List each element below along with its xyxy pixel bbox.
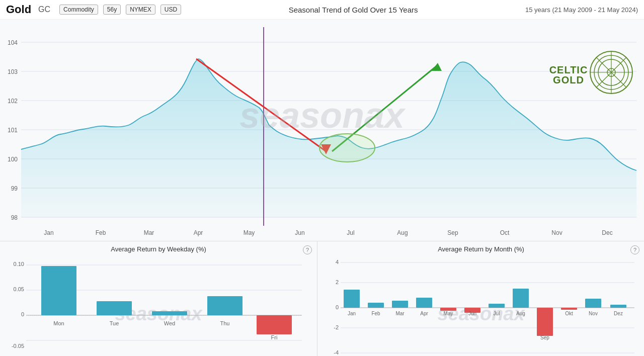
svg-text:Oct: Oct xyxy=(500,229,510,236)
svg-rect-77 xyxy=(368,303,384,308)
svg-text:-4: -4 xyxy=(334,349,339,355)
svg-text:Dec: Dec xyxy=(602,229,612,236)
svg-text:0.05: 0.05 xyxy=(14,286,24,292)
svg-text:Sep: Sep xyxy=(447,229,458,236)
svg-text:Jul: Jul xyxy=(347,229,354,236)
svg-text:4: 4 xyxy=(336,259,339,265)
month-help-icon[interactable]: ? xyxy=(630,245,639,254)
tag-nymex[interactable]: NYMEX xyxy=(126,5,155,15)
weekday-panel: Average Return by Weekday (%) ? seasonax… xyxy=(0,241,317,356)
svg-text:Feb: Feb xyxy=(371,311,380,316)
svg-text:0: 0 xyxy=(336,304,339,310)
svg-rect-54 xyxy=(41,266,76,315)
svg-rect-89 xyxy=(513,289,529,308)
svg-rect-60 xyxy=(207,296,243,315)
weekday-chart-svg: seasonax 0.10 0.05 0 -0.05 Mon Tue Wed xyxy=(5,255,312,356)
svg-rect-62 xyxy=(257,315,292,334)
svg-point-32 xyxy=(319,134,375,162)
svg-text:103: 103 xyxy=(8,68,18,75)
svg-text:104: 104 xyxy=(8,39,18,46)
tag-56y[interactable]: 56y xyxy=(103,5,121,15)
month-panel: Average Return by Month (%) ? seasonax 4… xyxy=(317,241,644,356)
svg-rect-97 xyxy=(610,305,626,308)
chart-main-title: Seasonal Trend of Gold Over 15 Years xyxy=(186,6,520,14)
svg-text:Apr: Apr xyxy=(420,311,428,316)
svg-text:Tue: Tue xyxy=(110,320,119,326)
svg-rect-79 xyxy=(392,301,408,308)
svg-text:Jan: Jan xyxy=(348,311,356,316)
svg-rect-75 xyxy=(344,290,360,308)
svg-text:Aug: Aug xyxy=(397,229,408,236)
svg-text:Jan: Jan xyxy=(44,229,53,236)
svg-text:Feb: Feb xyxy=(96,229,106,236)
svg-text:-2: -2 xyxy=(334,324,339,330)
tag-commodity[interactable]: Commodity xyxy=(59,5,98,15)
svg-text:seasonax: seasonax xyxy=(239,95,406,135)
tag-usd[interactable]: USD xyxy=(160,5,181,15)
asset-ticker: GC xyxy=(38,5,50,14)
svg-text:102: 102 xyxy=(8,98,18,105)
date-range: 15 years (21 May 2009 - 21 May 2024) xyxy=(525,6,638,14)
svg-text:2: 2 xyxy=(336,279,339,285)
svg-text:Wed: Wed xyxy=(164,320,175,326)
svg-rect-81 xyxy=(416,298,432,308)
svg-text:Mar: Mar xyxy=(395,311,405,316)
svg-text:Nov: Nov xyxy=(551,229,562,236)
svg-text:Apr: Apr xyxy=(194,229,203,236)
weekday-panel-title: Average Return by Weekday (%) xyxy=(5,245,312,253)
svg-text:Aug: Aug xyxy=(516,311,525,316)
svg-text:May: May xyxy=(444,311,453,316)
svg-rect-91 xyxy=(537,308,553,336)
svg-text:Mar: Mar xyxy=(144,229,154,236)
svg-text:Nov: Nov xyxy=(589,311,598,316)
svg-text:Dez: Dez xyxy=(614,311,623,316)
svg-text:101: 101 xyxy=(8,127,18,134)
svg-text:0.10: 0.10 xyxy=(14,261,24,267)
svg-text:Sep: Sep xyxy=(540,335,549,340)
svg-text:Jun: Jun xyxy=(295,229,304,236)
weekday-help-icon[interactable]: ? xyxy=(303,245,312,254)
svg-text:CELTIC: CELTIC xyxy=(549,64,588,75)
svg-text:99: 99 xyxy=(11,185,18,192)
svg-text:Fri: Fri xyxy=(271,334,278,340)
svg-text:Mon: Mon xyxy=(53,320,64,326)
svg-text:Jun: Jun xyxy=(468,311,476,316)
svg-text:Okt: Okt xyxy=(565,311,573,316)
svg-text:Jul: Jul xyxy=(494,311,500,316)
celticgold-logo: CELTIC GOLD xyxy=(533,47,634,98)
svg-text:-0.05: -0.05 xyxy=(12,343,24,349)
asset-title: Gold xyxy=(6,3,31,16)
month-chart-svg: seasonax 4 2 0 -2 -4 Jan Feb Mar xyxy=(323,255,639,356)
svg-rect-56 xyxy=(97,301,132,315)
svg-text:GOLD: GOLD xyxy=(553,74,584,85)
top-bar: Gold GC Commodity 56y NYMEX USD Seasonal… xyxy=(0,0,644,20)
month-panel-title: Average Return by Month (%) xyxy=(323,245,639,253)
bottom-panels: Average Return by Weekday (%) ? seasonax… xyxy=(0,241,644,356)
svg-text:100: 100 xyxy=(8,156,18,163)
svg-text:0: 0 xyxy=(21,311,24,317)
svg-text:98: 98 xyxy=(11,214,18,221)
svg-text:May: May xyxy=(244,229,255,236)
svg-rect-58 xyxy=(152,311,187,315)
svg-rect-95 xyxy=(585,299,601,308)
svg-rect-93 xyxy=(561,308,577,310)
svg-rect-87 xyxy=(489,304,505,308)
main-chart: 104 103 102 101 100 99 98 Jan Feb Mar Ap… xyxy=(0,20,644,241)
svg-text:Thu: Thu xyxy=(220,320,230,326)
